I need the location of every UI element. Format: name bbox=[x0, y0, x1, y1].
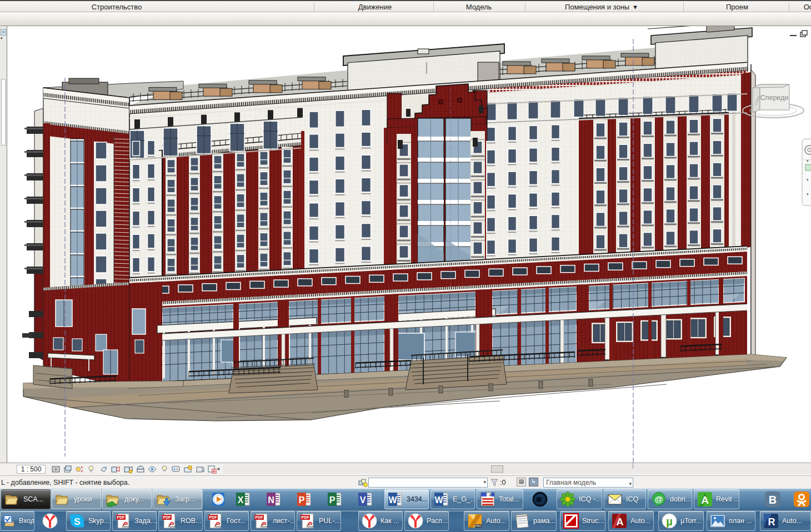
svg-text:P: P bbox=[299, 495, 305, 505]
svg-text:▾: ▾ bbox=[807, 159, 809, 163]
svg-text:PDF: PDF bbox=[256, 515, 264, 519]
svg-text:µ: µ bbox=[666, 515, 673, 528]
svg-text:Adobe: Adobe bbox=[214, 525, 222, 528]
svg-text:Adobe: Adobe bbox=[168, 525, 176, 528]
svg-text:V: V bbox=[360, 495, 366, 505]
svg-text:R: R bbox=[768, 516, 775, 528]
svg-text:A: A bbox=[617, 516, 624, 528]
svg-text:Adobe: Adobe bbox=[122, 525, 129, 528]
svg-text:PDF: PDF bbox=[117, 515, 126, 519]
svg-text:Спереди: Спереди bbox=[760, 94, 789, 102]
svg-text:@: @ bbox=[655, 494, 663, 504]
svg-text:Adobe: Adobe bbox=[260, 525, 268, 528]
svg-text:PDF: PDF bbox=[209, 515, 218, 519]
svg-text:W: W bbox=[388, 495, 397, 505]
svg-text:▾: ▾ bbox=[807, 192, 809, 196]
svg-text:X: X bbox=[238, 495, 244, 505]
svg-text:▾: ▾ bbox=[807, 178, 809, 182]
svg-text:B: B bbox=[769, 494, 777, 506]
svg-text:PDF: PDF bbox=[163, 515, 172, 519]
svg-text:Adobe: Adobe bbox=[306, 525, 314, 528]
svg-text:S: S bbox=[74, 516, 80, 527]
svg-text:N: N bbox=[268, 495, 274, 505]
svg-text:E: E bbox=[489, 493, 492, 496]
svg-text:W: W bbox=[434, 495, 443, 505]
svg-text:PRO: PRO bbox=[475, 524, 482, 528]
svg-text:A: A bbox=[701, 494, 709, 506]
svg-text:P: P bbox=[329, 495, 336, 505]
svg-text:PDF: PDF bbox=[302, 515, 310, 519]
